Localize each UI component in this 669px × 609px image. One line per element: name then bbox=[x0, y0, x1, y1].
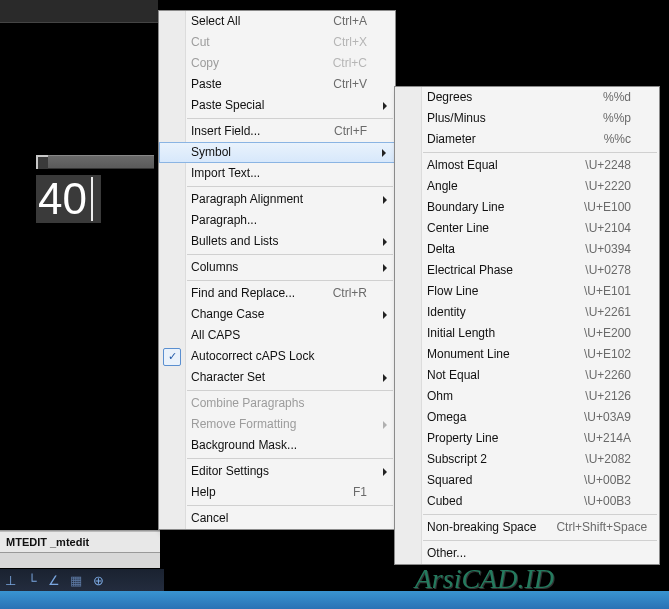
submenu-arrow-icon bbox=[383, 468, 387, 476]
mtext-editor[interactable]: 40 bbox=[36, 175, 101, 223]
context-menu-item-paragraph[interactable]: Paragraph... bbox=[159, 210, 395, 231]
symbol-submenu-item-property-line[interactable]: Property Line\U+214A bbox=[395, 428, 659, 449]
menu-item-label: Ohm bbox=[427, 386, 565, 407]
context-menu-item-change-case[interactable]: Change Case bbox=[159, 304, 395, 325]
menu-item-shortcut: Ctrl+R bbox=[313, 283, 367, 304]
menu-item-label: Delta bbox=[427, 239, 565, 260]
angle-icon[interactable]: ∠ bbox=[46, 573, 62, 588]
menu-item-label: Angle bbox=[427, 176, 565, 197]
symbol-submenu-item-other[interactable]: Other... bbox=[395, 543, 659, 564]
check-icon: ✓ bbox=[163, 348, 181, 366]
menu-item-label: Character Set bbox=[191, 367, 367, 388]
menu-item-label: Paste bbox=[191, 74, 313, 95]
grid-icon[interactable]: ▦ bbox=[68, 573, 84, 588]
menu-item-label: Paragraph Alignment bbox=[191, 189, 367, 210]
context-menu-item-autocorrect-caps-lock[interactable]: Autocorrect cAPS Lock✓ bbox=[159, 346, 395, 367]
context-menu-item-select-all[interactable]: Select AllCtrl+A bbox=[159, 11, 395, 32]
symbol-submenu-item-boundary-line[interactable]: Boundary Line\U+E100 bbox=[395, 197, 659, 218]
symbol-submenu-item-diameter[interactable]: Diameter%%c bbox=[395, 129, 659, 150]
snap-icon[interactable]: ⊥ bbox=[2, 573, 18, 588]
menu-item-shortcut: \U+2248 bbox=[565, 155, 631, 176]
command-line-empty bbox=[0, 552, 160, 569]
menu-item-label: Import Text... bbox=[191, 163, 367, 184]
status-bar[interactable]: ⊥ └ ∠ ▦ ⊕ bbox=[0, 568, 164, 591]
symbol-submenu-item-flow-line[interactable]: Flow Line\U+E101 bbox=[395, 281, 659, 302]
menu-item-label: Non-breaking Space bbox=[427, 517, 536, 538]
menu-item-shortcut: \U+00B3 bbox=[564, 491, 631, 512]
text-caret bbox=[91, 177, 93, 221]
symbol-submenu-item-subscript-2[interactable]: Subscript 2\U+2082 bbox=[395, 449, 659, 470]
context-menu-item-character-set[interactable]: Character Set bbox=[159, 367, 395, 388]
context-menu-item-help[interactable]: HelpF1 bbox=[159, 482, 395, 503]
context-menu-separator bbox=[187, 505, 393, 506]
menu-item-label: Squared bbox=[427, 470, 564, 491]
submenu-arrow-icon bbox=[383, 238, 387, 246]
symbol-submenu-item-degrees[interactable]: Degrees%%d bbox=[395, 87, 659, 108]
menu-item-label: Boundary Line bbox=[427, 197, 564, 218]
menu-item-label: Paste Special bbox=[191, 95, 367, 116]
symbol-submenu-item-cubed[interactable]: Cubed\U+00B3 bbox=[395, 491, 659, 512]
dyn-icon[interactable]: ⊕ bbox=[90, 573, 106, 588]
symbol-submenu[interactable]: Degrees%%dPlus/Minus%%pDiameter%%cAlmost… bbox=[394, 86, 660, 565]
menu-item-label: Symbol bbox=[191, 143, 367, 162]
context-menu-item-all-caps[interactable]: All CAPS bbox=[159, 325, 395, 346]
symbol-submenu-item-almost-equal[interactable]: Almost Equal\U+2248 bbox=[395, 155, 659, 176]
menu-item-shortcut: %%d bbox=[583, 87, 631, 108]
symbol-submenu-item-squared[interactable]: Squared\U+00B2 bbox=[395, 470, 659, 491]
context-menu-item-import-text[interactable]: Import Text... bbox=[159, 163, 395, 184]
command-line-text: MTEDIT _mtedit bbox=[0, 531, 160, 552]
menu-item-label: Property Line bbox=[427, 428, 564, 449]
symbol-submenu-item-non-breaking-space[interactable]: Non-breaking SpaceCtrl+Shift+Space bbox=[395, 517, 659, 538]
menu-item-shortcut: Ctrl+V bbox=[313, 74, 367, 95]
context-menu-item-symbol[interactable]: Symbol bbox=[159, 142, 395, 163]
context-menu-item-editor-settings[interactable]: Editor Settings bbox=[159, 461, 395, 482]
menu-item-shortcut: %%c bbox=[584, 129, 631, 150]
ortho-icon[interactable]: └ bbox=[24, 573, 40, 588]
menu-item-shortcut: Ctrl+C bbox=[313, 53, 367, 74]
context-menu[interactable]: Select AllCtrl+ACutCtrl+XCopyCtrl+CPaste… bbox=[158, 10, 396, 530]
symbol-submenu-item-omega[interactable]: Omega\U+03A9 bbox=[395, 407, 659, 428]
command-line[interactable]: MTEDIT _mtedit bbox=[0, 530, 160, 569]
submenu-arrow-icon bbox=[382, 149, 386, 157]
symbol-submenu-item-not-equal[interactable]: Not Equal\U+2260 bbox=[395, 365, 659, 386]
menu-item-label: Center Line bbox=[427, 218, 565, 239]
symbol-submenu-item-monument-line[interactable]: Monument Line\U+E102 bbox=[395, 344, 659, 365]
menu-item-shortcut: \U+214A bbox=[564, 428, 631, 449]
context-menu-item-columns[interactable]: Columns bbox=[159, 257, 395, 278]
mtext-content[interactable]: 40 bbox=[38, 177, 87, 221]
context-menu-item-insert-field[interactable]: Insert Field...Ctrl+F bbox=[159, 121, 395, 142]
menu-item-shortcut: \U+2104 bbox=[565, 218, 631, 239]
symbol-submenu-item-initial-length[interactable]: Initial Length\U+E200 bbox=[395, 323, 659, 344]
menu-item-label: Degrees bbox=[427, 87, 583, 108]
context-menu-item-paste-special[interactable]: Paste Special bbox=[159, 95, 395, 116]
taskbar-stripe bbox=[0, 591, 669, 609]
context-menu-item-cancel[interactable]: Cancel bbox=[159, 508, 395, 529]
menu-item-label: Editor Settings bbox=[191, 461, 367, 482]
menu-item-shortcut: \U+2261 bbox=[565, 302, 631, 323]
context-menu-item-paragraph-alignment[interactable]: Paragraph Alignment bbox=[159, 189, 395, 210]
menu-item-label: Flow Line bbox=[427, 281, 564, 302]
submenu-arrow-icon bbox=[383, 264, 387, 272]
symbol-submenu-item-ohm[interactable]: Ohm\U+2126 bbox=[395, 386, 659, 407]
menu-item-label: Diameter bbox=[427, 129, 584, 150]
menu-item-shortcut: Ctrl+Shift+Space bbox=[536, 517, 647, 538]
symbol-submenu-item-identity[interactable]: Identity\U+2261 bbox=[395, 302, 659, 323]
symbol-submenu-item-center-line[interactable]: Center Line\U+2104 bbox=[395, 218, 659, 239]
menu-item-label: Not Equal bbox=[427, 365, 565, 386]
menu-item-shortcut: Ctrl+F bbox=[314, 121, 367, 142]
symbol-submenu-separator bbox=[423, 514, 657, 515]
context-menu-separator bbox=[187, 390, 393, 391]
menu-item-shortcut: \U+2260 bbox=[565, 365, 631, 386]
menu-item-label: Plus/Minus bbox=[427, 108, 583, 129]
symbol-submenu-item-electrical-phase[interactable]: Electrical Phase\U+0278 bbox=[395, 260, 659, 281]
menu-item-shortcut: \U+0394 bbox=[565, 239, 631, 260]
symbol-submenu-item-delta[interactable]: Delta\U+0394 bbox=[395, 239, 659, 260]
context-menu-item-find-and-replace[interactable]: Find and Replace...Ctrl+R bbox=[159, 283, 395, 304]
menu-item-label: Cubed bbox=[427, 491, 564, 512]
symbol-submenu-item-plus-minus[interactable]: Plus/Minus%%p bbox=[395, 108, 659, 129]
context-menu-item-bullets-and-lists[interactable]: Bullets and Lists bbox=[159, 231, 395, 252]
context-menu-separator bbox=[187, 254, 393, 255]
symbol-submenu-item-angle[interactable]: Angle\U+2220 bbox=[395, 176, 659, 197]
context-menu-item-paste[interactable]: PasteCtrl+V bbox=[159, 74, 395, 95]
context-menu-item-background-mask[interactable]: Background Mask... bbox=[159, 435, 395, 456]
